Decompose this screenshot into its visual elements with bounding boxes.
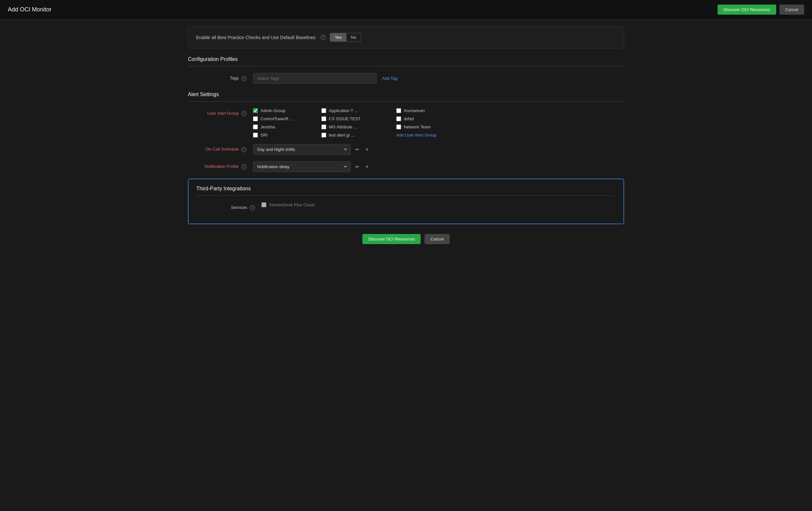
best-practice-label: Enable all Best Practice Checks and Use … [196,35,316,40]
oncall-info-icon[interactable]: ⓘ [241,147,246,152]
tags-label: Tags ⓘ [188,73,253,81]
services-label: Services ⓘ [196,203,261,211]
footer-actions: Discover OCI Resources Cancel [188,234,624,251]
checkbox-dsfsd-input[interactable] [396,116,401,121]
cancel-footer-button[interactable]: Cancel [425,234,449,244]
header-actions: Discover OCI Resources Cancel [718,5,804,15]
third-party-divider [196,195,616,196]
checkbox-arunselvan-label: Arunselvan [404,108,425,113]
checkboxes-row-3: Jenisha MG Attribute ... Network Team [253,125,624,129]
cancel-header-button[interactable]: Cancel [779,5,804,15]
alert-settings-section: Alert Settings User Alert Group ⓘ Admin … [188,91,624,172]
checkbox-mg-attribute[interactable]: MG Attribute ... [321,125,393,129]
add-tag-link[interactable]: Add Tag [382,76,397,81]
checkbox-network-team-input[interactable] [396,125,401,129]
checkbox-dsfsd[interactable]: dsfsd [396,116,461,121]
checkbox-sri-label: SRI [260,133,268,137]
checkboxes-row-2: ControlTowerR ... CX ISSUE TEST dsfsd [253,116,624,121]
checkbox-cx-issue-test-label: CX ISSUE TEST [329,116,360,121]
tags-control-area: Add Tag [253,73,624,84]
checkbox-mg-attribute-label: MG Attribute ... [329,125,357,129]
page-content: Enable all Best Practice Checks and Use … [178,20,634,264]
checkbox-mg-attribute-input[interactable] [321,125,326,129]
checkbox-application-t[interactable]: Application T ... [321,108,393,113]
oncall-edit-button[interactable]: ✏ [354,145,361,154]
third-party-title: Third-Party Integrations [196,186,616,192]
notification-info-icon[interactable]: ⓘ [241,164,246,169]
checkbox-admin-group-input[interactable] [253,108,258,113]
checkbox-network-team-label: Network Team [404,125,431,129]
no-toggle-button[interactable]: No [346,33,361,42]
checkbox-cx-issue-test-input[interactable] [321,116,326,121]
checkbox-jenisha-input[interactable] [253,125,258,129]
configuration-profiles-section: Configuration Profiles Tags ⓘ Add Tag [188,56,624,84]
discover-resources-footer-button[interactable]: Discover OCI Resources [362,234,420,244]
add-user-alert-group-link[interactable]: Add User Alert Group [396,133,461,137]
discover-resources-header-button[interactable]: Discover OCI Resources [718,5,776,15]
checkbox-jenisha[interactable]: Jenisha [253,125,318,129]
checkbox-arunselvan[interactable]: Arunselvan [396,108,461,113]
checkboxes-container: Admin Group Application T ... Arunselvan [253,108,624,137]
checkboxes-row-4: SRI test alert gr ... Add User Alert Gro… [253,133,624,137]
oncall-schedule-select[interactable]: Day and Night shifts Business Hours 24/7 [253,144,351,155]
tags-input[interactable] [253,73,377,84]
notification-profile-control: Notification delay Immediate Custom ✏ + [253,161,624,172]
alert-divider [188,101,624,102]
checkbox-dsfsd-label: dsfsd [404,116,414,121]
user-alert-group-row: User Alert Group ⓘ Admin Group Applicati… [188,108,624,137]
services-info-icon[interactable]: ⓘ [250,205,255,211]
notification-profile-label: Notification Profile ⓘ [188,161,253,169]
oncall-schedule-label: On-Call Schedule ⓘ [188,144,253,152]
checkbox-admin-group-label: Admin Group [260,108,286,113]
checkbox-application-t-label: Application T ... [329,108,358,113]
checkbox-sri[interactable]: SRI [253,133,318,137]
notification-profile-select[interactable]: Notification delay Immediate Custom [253,161,351,172]
tags-form-row: Tags ⓘ Add Tag [188,73,624,84]
checkbox-controltowerr[interactable]: ControlTowerR ... [253,116,318,121]
alert-settings-title: Alert Settings [188,91,624,98]
checkbox-controltowerr-label: ControlTowerR ... [260,116,293,121]
oncall-add-button[interactable]: + [364,145,370,154]
oncall-schedule-row: On-Call Schedule ⓘ Day and Night shifts … [188,144,624,155]
notification-add-button[interactable]: + [364,163,370,171]
yes-no-toggle: Yes No [330,33,361,42]
services-row: Services ⓘ ServiceDesk Plus Cloud [196,203,616,211]
user-alert-group-label: User Alert Group ⓘ [188,108,253,116]
servicedesk-checkbox-item[interactable]: ServiceDesk Plus Cloud [261,203,314,207]
checkbox-sri-input[interactable] [253,133,258,137]
checkbox-arunselvan-input[interactable] [396,108,401,113]
best-practice-info-icon[interactable]: ⓘ [321,35,326,40]
checkbox-jenisha-label: Jenisha [260,125,275,129]
tags-info-icon[interactable]: ⓘ [241,76,246,81]
checkbox-test-alert-gr[interactable]: test alert gr ... [321,133,393,137]
user-alert-info-icon[interactable]: ⓘ [241,111,246,116]
services-control: ServiceDesk Plus Cloud [261,203,616,207]
page-title: Add OCI Monitor [8,6,52,13]
page-header: Add OCI Monitor Discover OCI Resources C… [0,0,812,20]
third-party-section: Third-Party Integrations Services ⓘ Serv… [188,179,624,224]
user-alert-checkboxes-area: Admin Group Application T ... Arunselvan [253,108,624,137]
checkbox-test-alert-gr-label: test alert gr ... [329,133,354,137]
best-practice-row: Enable all Best Practice Checks and Use … [196,33,616,42]
checkboxes-row-1: Admin Group Application T ... Arunselvan [253,108,624,113]
yes-toggle-button[interactable]: Yes [330,33,346,42]
servicedesk-checkbox-input [261,203,266,207]
oncall-schedule-control: Day and Night shifts Business Hours 24/7… [253,144,624,155]
notification-edit-button[interactable]: ✏ [354,163,361,171]
checkbox-network-team[interactable]: Network Team [396,125,461,129]
checkbox-application-t-input[interactable] [321,108,326,113]
notification-profile-row: Notification Profile ⓘ Notification dela… [188,161,624,172]
servicedesk-label: ServiceDesk Plus Cloud [269,203,314,207]
checkbox-admin-group[interactable]: Admin Group [253,108,318,113]
config-divider [188,66,624,66]
best-practice-section: Enable all Best Practice Checks and Use … [188,26,624,49]
oncall-schedule-input-row: Day and Night shifts Business Hours 24/7… [253,144,624,155]
checkbox-cx-issue-test[interactable]: CX ISSUE TEST [321,116,393,121]
checkbox-test-alert-gr-input[interactable] [321,133,326,137]
notification-profile-input-row: Notification delay Immediate Custom ✏ + [253,161,624,172]
configuration-profiles-title: Configuration Profiles [188,56,624,62]
checkbox-controltowerr-input[interactable] [253,116,258,121]
